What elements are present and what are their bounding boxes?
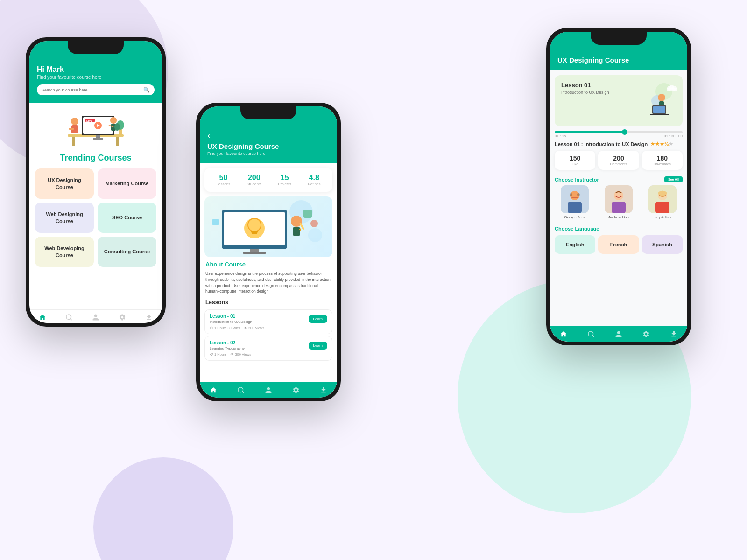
instructor-andrew-photo: [605, 185, 633, 213]
course-grid: UX Designing Course Marketing Course Web…: [35, 168, 156, 267]
lesson1-learn-button[interactable]: Learn: [309, 315, 327, 323]
svg-line-21: [70, 319, 72, 320]
phone3-language-section: Choose Language: [550, 224, 687, 235]
p2-nav-home[interactable]: [210, 386, 217, 394]
svg-point-19: [114, 123, 120, 131]
stat-downloads-label: Downloads: [644, 162, 681, 166]
language-spanish[interactable]: Spanish: [642, 235, 683, 254]
lesson1-top: Lesson - 01 Introduction to UX Design Le…: [210, 314, 327, 324]
phone3-progress-bar[interactable]: [555, 131, 683, 133]
svg-point-7: [71, 118, 78, 125]
svg-rect-33: [293, 227, 300, 236]
p2-nav-search[interactable]: [237, 386, 245, 394]
course-card-ux[interactable]: UX Designing Course: [35, 168, 94, 199]
course-card-seo[interactable]: SEO Course: [98, 203, 156, 233]
phone1-search-input[interactable]: [42, 88, 143, 92]
svg-line-65: [592, 336, 594, 337]
svg-point-37: [310, 220, 318, 227]
phone3-stat-comments: 200 Comments: [598, 151, 639, 170]
course-card-web-design[interactable]: Web Designing Course: [35, 203, 94, 233]
svg-point-29: [248, 218, 261, 231]
p2-nav-profile[interactable]: [265, 386, 272, 394]
time-end: 01 : 30 : 00: [664, 134, 683, 138]
trending-courses-title: Trending Courses: [35, 153, 156, 163]
search-icon[interactable]: 🔍: [143, 87, 150, 93]
lesson2-time: ⏱ 1 Hours: [210, 352, 226, 357]
lesson1-views: 👁 200 Views: [244, 326, 265, 330]
lesson1-time: ⏱ 1 Hours 30 Mins: [210, 326, 240, 330]
svg-rect-27: [243, 252, 266, 254]
lesson-item-2: Lesson - 02 Learning Typography Learn ⏱ …: [204, 336, 332, 361]
svg-rect-6: [93, 138, 103, 140]
phone3-time: 01 : 15 01 : 30 : 00: [550, 134, 687, 138]
course-illustration-svg: [208, 198, 329, 256]
p3-nav-profile[interactable]: [615, 330, 622, 338]
svg-point-20: [66, 315, 71, 320]
phone1-search-bar[interactable]: 🔍: [37, 84, 155, 95]
p2-nav-settings[interactable]: [292, 386, 300, 394]
svg-rect-54: [568, 202, 582, 213]
svg-point-56: [577, 193, 580, 196]
svg-rect-1: [72, 137, 75, 146]
phone1-illustration: LIVE: [35, 107, 156, 149]
p3-nav-search[interactable]: [587, 330, 595, 338]
lesson1-meta: ⏱ 1 Hours 30 Mins 👁 200 Views: [210, 326, 327, 330]
svg-rect-30: [251, 231, 258, 233]
nav-profile[interactable]: [92, 314, 99, 321]
stat-lessons: 50 Lessons: [217, 174, 231, 186]
stat-students-label: Students: [247, 182, 262, 186]
phone1-bottom-nav: [29, 309, 162, 323]
illustration-svg: LIVE: [58, 107, 133, 149]
instructor-lucy[interactable]: Lucy Adison: [642, 185, 683, 219]
p3-nav-download[interactable]: [670, 330, 677, 338]
nav-search[interactable]: [65, 314, 73, 321]
course-card-web-dev[interactable]: Web Developing Course: [35, 237, 94, 267]
lesson-item-1: Lesson - 01 Introduction to UX Design Le…: [204, 309, 332, 334]
phone2-lessons-title: Lessons: [200, 294, 337, 308]
stat-students: 200 Students: [247, 174, 262, 186]
svg-rect-63: [655, 202, 669, 213]
nav-home[interactable]: [39, 314, 46, 321]
phone1-notch: [68, 41, 124, 54]
svg-rect-36: [303, 210, 312, 218]
svg-text:LIVE: LIVE: [86, 119, 92, 122]
stat-like-num: 150: [557, 154, 593, 162]
stat-projects-num: 15: [278, 174, 291, 182]
stat-lessons-label: Lessons: [217, 182, 231, 186]
p3-nav-settings[interactable]: [642, 330, 650, 338]
choose-instructor-label: Choose Instructor: [555, 177, 599, 182]
svg-point-23: [308, 228, 322, 242]
see-all-button[interactable]: See All: [664, 176, 683, 182]
stat-ratings: 4.8 Ratings: [308, 174, 320, 186]
phone3-progress-fill: [555, 131, 625, 133]
svg-rect-60: [612, 202, 626, 213]
p3-nav-home[interactable]: [560, 330, 567, 338]
phone2-about-title: About Course: [205, 261, 331, 268]
phone2-illustration: [204, 196, 332, 257]
instructors-list: George Jack Andrew Lisa: [550, 185, 687, 219]
nav-settings[interactable]: [119, 314, 126, 321]
phone3-notch: [591, 32, 647, 45]
phone3-lesson-label: Lesson 01 : Introduction to UX Design ★★…: [550, 141, 687, 147]
language-english[interactable]: English: [555, 235, 595, 254]
svg-rect-51: [667, 88, 677, 91]
phone3-bottom-nav: [550, 326, 687, 342]
time-start: 01 : 15: [555, 134, 566, 138]
lesson2-top: Lesson - 02 Learning Typography Learn: [210, 340, 327, 350]
stat-students-num: 200: [247, 174, 262, 182]
course-card-consulting[interactable]: Consulting Course: [98, 237, 156, 267]
instructor-george[interactable]: George Jack: [555, 185, 595, 219]
phone2-notch: [240, 106, 296, 119]
phone2-back-button[interactable]: ‹: [207, 131, 330, 140]
stat-ratings-label: Ratings: [308, 182, 320, 186]
instructor-andrew[interactable]: Andrew Lisa: [599, 185, 639, 219]
svg-rect-2: [116, 137, 119, 146]
phone2-about-text: User experience design is the process of…: [205, 271, 331, 294]
svg-point-64: [588, 331, 593, 336]
lesson2-learn-button[interactable]: Learn: [309, 342, 327, 350]
phone3-video-thumbnail[interactable]: Lesson 01 Introduction to UX Design: [555, 75, 683, 126]
language-french[interactable]: French: [598, 235, 639, 254]
course-card-marketing[interactable]: Marketing Course: [98, 168, 156, 199]
nav-download[interactable]: [145, 314, 153, 321]
p2-nav-download[interactable]: [320, 386, 327, 394]
